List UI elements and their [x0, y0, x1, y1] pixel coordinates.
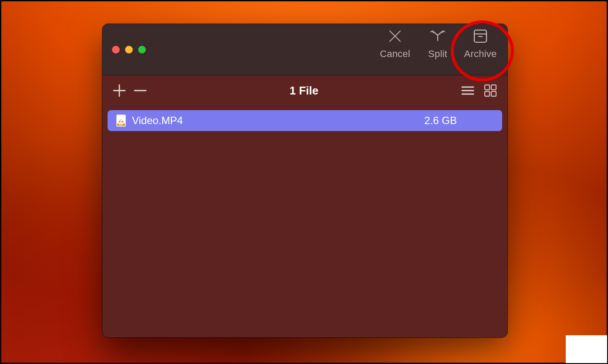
x-icon — [385, 27, 405, 46]
svg-text:M4V: M4V — [119, 124, 123, 126]
cancel-label: Cancel — [380, 48, 410, 60]
split-arrows-icon — [428, 27, 447, 46]
video-file-icon: M4V — [116, 115, 126, 127]
grid-view-button[interactable] — [483, 83, 498, 98]
watermark-box — [566, 335, 607, 363]
file-name: Video.MP4 — [132, 115, 183, 127]
file-row[interactable]: M4V Video.MP4 2.6 GB — [108, 110, 502, 131]
window-zoom-button[interactable] — [138, 46, 146, 54]
svg-rect-14 — [491, 91, 496, 96]
archive-button[interactable]: Archive — [463, 27, 498, 60]
add-file-button[interactable] — [112, 83, 127, 98]
window-minimize-button[interactable] — [125, 46, 133, 54]
archive-label: Archive — [464, 48, 497, 60]
window-titlebar: Cancel Split — [102, 24, 507, 75]
titlebar-actions: Cancel Split — [378, 24, 498, 78]
view-mode-controls — [460, 83, 498, 98]
list-view-button[interactable] — [460, 83, 475, 98]
window-close-button[interactable] — [112, 46, 120, 54]
file-list: M4V Video.MP4 2.6 GB — [102, 106, 507, 135]
archiver-window: Cancel Split — [102, 24, 507, 337]
svg-rect-12 — [491, 85, 496, 90]
file-size: 2.6 GB — [424, 115, 493, 127]
svg-rect-13 — [485, 91, 490, 96]
remove-file-button[interactable] — [133, 83, 148, 98]
window-traffic-lights — [112, 46, 146, 54]
svg-point-17 — [120, 120, 122, 122]
add-remove-controls — [112, 83, 148, 98]
svg-rect-11 — [485, 85, 490, 90]
cancel-button[interactable]: Cancel — [378, 27, 412, 60]
file-count-title: 1 File — [148, 84, 460, 98]
split-button[interactable]: Split — [425, 27, 451, 60]
sub-toolbar: 1 File — [102, 75, 507, 106]
split-label: Split — [428, 48, 447, 60]
archive-box-icon — [471, 27, 490, 46]
